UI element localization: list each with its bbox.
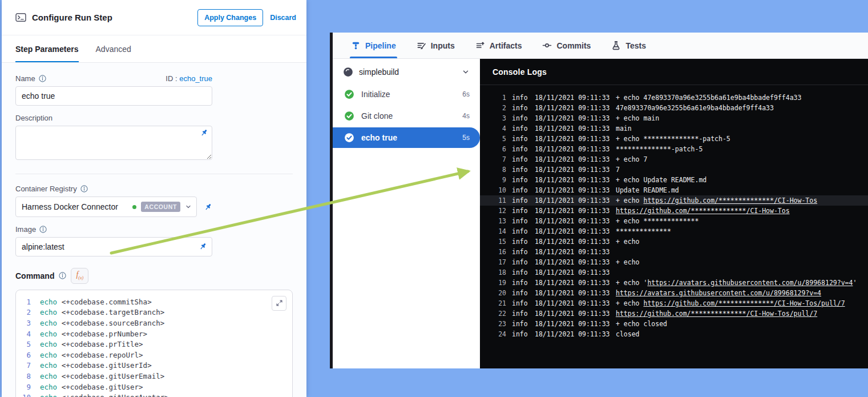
- line-number: 7: [16, 360, 40, 371]
- log-link[interactable]: https://github.com/**************/CI-How…: [616, 207, 790, 215]
- tab-advanced[interactable]: Advanced: [96, 35, 131, 62]
- chevron-down-icon[interactable]: [462, 68, 470, 76]
- code-keyword: echo: [40, 350, 57, 361]
- console-log-line: 24info18/11/2021 09:11:33closed: [480, 329, 868, 339]
- log-link[interactable]: https://github.com/**************/CI-How…: [616, 310, 817, 318]
- code-text: <+codebase.prTitle>: [57, 339, 143, 350]
- config-tabs: Step ParametersAdvanced: [2, 35, 306, 63]
- log-level: info: [512, 195, 529, 206]
- config-panel-header: Configure Run Step Apply Changes Discard: [2, 0, 306, 35]
- log-link[interactable]: https://github.com/**************/CI-How…: [643, 299, 845, 307]
- log-timestamp: 18/11/2021 09:11:33: [535, 247, 610, 257]
- log-message: https://github.com/**************/CI-How…: [616, 206, 860, 216]
- console-log-line: 5info18/11/2021 09:11:33+ echo *********…: [480, 134, 868, 144]
- pin-icon[interactable]: [204, 203, 212, 211]
- tab-label: Artifacts: [490, 41, 522, 50]
- step-id-value[interactable]: echo_true: [179, 74, 212, 83]
- info-icon[interactable]: [39, 226, 47, 233]
- name-input[interactable]: [15, 86, 212, 106]
- log-message: 47e893370a96e3255b6a61e9ba4bbadef9ff4a33: [616, 103, 860, 113]
- tab-label: Inputs: [431, 41, 455, 50]
- log-message: **************: [616, 226, 860, 236]
- tests-icon: [611, 41, 621, 50]
- code-text: <+codebase.gitUserAvatar>: [57, 392, 169, 397]
- description-field-label: Description: [15, 114, 53, 122]
- pin-icon[interactable]: [199, 242, 207, 251]
- log-message: + echo 7: [616, 154, 860, 165]
- log-message: Update README.md: [616, 185, 860, 195]
- tab-label: Pipeline: [365, 41, 396, 50]
- code-line: 6echo <+codebase.repoUrl>: [16, 350, 292, 361]
- step-success-icon: [344, 111, 354, 121]
- log-timestamp: 18/11/2021 09:11:33: [535, 257, 610, 267]
- pin-icon[interactable]: [200, 129, 208, 137]
- log-link[interactable]: https://avatars.githubusercontent.com/u/…: [616, 289, 821, 297]
- log-level: info: [512, 185, 529, 195]
- log-line-number: 16: [490, 247, 506, 257]
- apply-changes-button[interactable]: Apply Changes: [197, 9, 263, 26]
- console-log-line: 7info18/11/2021 09:11:33+ echo 7: [480, 154, 868, 165]
- expand-editor-icon[interactable]: [272, 296, 286, 311]
- log-line-number: 17: [490, 257, 506, 267]
- container-registry-select[interactable]: Harness Docker Connector ACCOUNT: [15, 197, 197, 217]
- step-item-initialize[interactable]: Initialize6s: [333, 84, 480, 105]
- console-log-line: 15info18/11/2021 09:11:33+ echo: [480, 236, 868, 247]
- log-level: info: [512, 144, 529, 154]
- tab-commits[interactable]: Commits: [542, 33, 591, 58]
- console-log-line: 16info18/11/2021 09:11:33: [480, 247, 868, 257]
- info-icon[interactable]: [39, 75, 46, 82]
- execution-panel: PipelineInputsArtifactsCommitsTests simp…: [330, 33, 868, 368]
- terminal-icon: [15, 13, 26, 22]
- command-code-editor[interactable]: 1echo <+codebase.commitSha>2echo <+codeb…: [15, 290, 293, 397]
- container-registry-label: Container Registry: [15, 185, 77, 193]
- log-link[interactable]: https://avatars.githubusercontent.com/u/…: [647, 279, 853, 287]
- tab-tests[interactable]: Tests: [611, 33, 646, 58]
- log-message: + echo: [616, 236, 860, 247]
- line-number: 2: [16, 307, 40, 318]
- log-line-number: 2: [490, 103, 506, 113]
- step-item-git-clone[interactable]: Git clone4s: [333, 106, 480, 126]
- log-line-number: 1: [490, 93, 506, 103]
- command-field-label: Command: [15, 271, 54, 280]
- log-timestamp: 18/11/2021 09:11:33: [535, 216, 610, 226]
- code-keyword: echo: [40, 339, 57, 350]
- console-log-line: 17info18/11/2021 09:11:33+ echo: [480, 257, 868, 267]
- inputs-icon: [417, 41, 426, 50]
- image-input[interactable]: [15, 237, 212, 256]
- log-timestamp: 18/11/2021 09:11:33: [535, 134, 610, 144]
- expression-fx-button[interactable]: f(x): [71, 268, 88, 284]
- console-log-line: 11info18/11/2021 09:11:33+ echo https://…: [480, 195, 868, 206]
- log-message: + echo main: [616, 113, 860, 123]
- artifacts-icon: [475, 41, 485, 50]
- code-line: 9echo <+codebase.gitUser>: [16, 382, 292, 393]
- log-message: [616, 267, 860, 278]
- info-icon[interactable]: [80, 185, 88, 193]
- log-timestamp: 18/11/2021 09:11:33: [535, 236, 610, 247]
- info-icon[interactable]: [59, 272, 66, 279]
- code-line: 1echo <+codebase.commitSha>: [16, 297, 292, 308]
- log-level: info: [512, 226, 529, 236]
- log-line-number: 5: [490, 134, 506, 144]
- tab-pipeline[interactable]: Pipeline: [351, 33, 396, 58]
- log-line-number: 20: [490, 288, 506, 298]
- step-duration: 6s: [462, 90, 470, 98]
- step-list: Initialize6sGit clone4secho true5s: [333, 84, 480, 148]
- log-line-number: 10: [490, 185, 506, 195]
- console-log-lines[interactable]: 1info18/11/2021 09:11:33+ echo 47e893370…: [480, 85, 868, 368]
- discard-button[interactable]: Discard: [269, 10, 297, 25]
- tab-artifacts[interactable]: Artifacts: [475, 33, 522, 58]
- console-logs-title: Console Logs: [480, 59, 868, 85]
- log-line-number: 6: [490, 144, 506, 154]
- log-link[interactable]: https://github.com/**************/CI-How…: [643, 197, 817, 204]
- stage-selector[interactable]: simplebuild: [333, 61, 480, 83]
- configure-run-step-panel: Configure Run Step Apply Changes Discard…: [2, 0, 306, 397]
- log-level: info: [512, 278, 529, 288]
- code-keyword: echo: [40, 371, 57, 382]
- line-number: 1: [16, 297, 40, 308]
- description-textarea[interactable]: [15, 126, 212, 160]
- step-item-echo-true[interactable]: echo true5s: [333, 127, 480, 148]
- tab-step-parameters[interactable]: Step Parameters: [15, 35, 79, 62]
- log-line-number: 9: [490, 175, 506, 185]
- tab-inputs[interactable]: Inputs: [417, 33, 455, 58]
- code-keyword: echo: [40, 307, 57, 318]
